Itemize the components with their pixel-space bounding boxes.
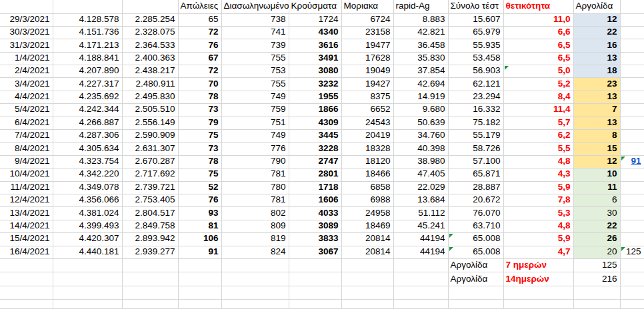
cell-cases[interactable]: 3228: [289, 143, 341, 155]
cell-deaths[interactable]: 52: [178, 181, 221, 194]
cell-rapid[interactable]: 35.830: [393, 52, 448, 65]
cell-empty[interactable]: [620, 286, 644, 299]
cell-empty[interactable]: [341, 299, 393, 308]
cell-c2[interactable]: 4.305.634: [53, 143, 122, 155]
cell-rapid[interactable]: 34.760: [393, 130, 448, 143]
cell-rapid[interactable]: 9.680: [393, 104, 448, 117]
cell-rapid[interactable]: 47.405: [393, 168, 448, 181]
cell-pos[interactable]: 6,2: [503, 130, 573, 143]
cell-intub[interactable]: 781: [221, 194, 289, 206]
cell-cases[interactable]: 4309: [289, 117, 341, 129]
cell-empty[interactable]: [503, 286, 573, 299]
cell-total[interactable]: 65.979: [448, 26, 503, 39]
cell-extra[interactable]: [620, 91, 644, 103]
cell-empty[interactable]: [0, 272, 53, 286]
cell-pos[interactable]: 6,6: [503, 26, 573, 39]
cell-mol[interactable]: 18328: [341, 143, 393, 155]
cell-cases[interactable]: 3089: [289, 220, 341, 232]
cell-extra[interactable]: [620, 52, 644, 65]
cell-arg[interactable]: 30: [573, 207, 620, 220]
cell-intub[interactable]: 739: [221, 39, 289, 52]
cell-total[interactable]: 15.607: [448, 13, 503, 26]
cell-pos[interactable]: 5,5: [503, 143, 573, 155]
cell-date[interactable]: 9/4/2021: [0, 155, 53, 168]
cell-arg[interactable]: 26: [573, 233, 620, 246]
cell-mol[interactable]: 6652: [341, 104, 393, 117]
cell-cases[interactable]: 3616: [289, 39, 341, 52]
cell-total[interactable]: 57.100: [448, 155, 503, 168]
cell-cases[interactable]: 1724: [289, 13, 341, 26]
cell-arg[interactable]: 13: [573, 91, 620, 103]
cell-date[interactable]: 12/4/2021: [0, 194, 53, 206]
cell-extra[interactable]: [620, 233, 644, 246]
cell-empty[interactable]: [122, 272, 178, 286]
cell-mol[interactable]: 24543: [341, 117, 393, 129]
cell-empty[interactable]: [620, 258, 644, 272]
cell-rapid[interactable]: 51.112: [393, 207, 448, 220]
cell-mol[interactable]: 17628: [341, 52, 393, 65]
cell-intub[interactable]: 781: [221, 168, 289, 181]
cell-cases[interactable]: 1866: [289, 104, 341, 117]
column-header-mol[interactable]: Μοριακα: [341, 0, 393, 13]
cell-intub[interactable]: 819: [221, 233, 289, 246]
cell-c3[interactable]: 2.400.363: [122, 52, 178, 65]
cell-deaths[interactable]: 72: [178, 65, 221, 78]
cell-empty[interactable]: [393, 272, 448, 286]
cell-deaths[interactable]: 76: [178, 194, 221, 206]
cell-empty[interactable]: [503, 299, 573, 308]
cell-c2[interactable]: 4.356.066: [53, 194, 122, 206]
cell-mol[interactable]: 8375: [341, 91, 393, 103]
cell-extra[interactable]: [620, 143, 644, 155]
cell-cases[interactable]: 4340: [289, 26, 341, 39]
cell-c3[interactable]: 2.505.510: [122, 104, 178, 117]
cell-extra[interactable]: [620, 194, 644, 206]
cell-c3[interactable]: 2.893.942: [122, 233, 178, 246]
cell-cases[interactable]: 1718: [289, 181, 341, 194]
cell-c3[interactable]: 2.670.287: [122, 155, 178, 168]
cell-empty[interactable]: [620, 299, 644, 308]
cell-pos[interactable]: 4,7: [503, 246, 573, 258]
cell-total[interactable]: 65.008: [448, 233, 503, 246]
cell-deaths[interactable]: 75: [178, 168, 221, 181]
cell-empty[interactable]: [0, 299, 53, 308]
cell-arg[interactable]: 23: [573, 78, 620, 91]
cell-cases[interactable]: 2747: [289, 155, 341, 168]
cell-c3[interactable]: 2.480.911: [122, 78, 178, 91]
cell-date[interactable]: 30/3/2021: [0, 26, 53, 39]
cell-cases[interactable]: 1955: [289, 91, 341, 103]
cell-date[interactable]: 29/3/2021: [0, 13, 53, 26]
cell-rapid[interactable]: 44194: [393, 246, 448, 258]
cell-pos[interactable]: 4,8: [503, 220, 573, 232]
cell-extra[interactable]: [620, 104, 644, 117]
cell-pos[interactable]: 5,7: [503, 117, 573, 129]
cell-date[interactable]: 15/4/2021: [0, 233, 53, 246]
cell-empty[interactable]: [620, 272, 644, 286]
cell-deaths[interactable]: 78: [178, 155, 221, 168]
column-header-c3[interactable]: [122, 0, 178, 13]
cell-c2[interactable]: 4.171.213: [53, 39, 122, 52]
cell-total[interactable]: 16.332: [448, 104, 503, 117]
cell-total[interactable]: 28.887: [448, 181, 503, 194]
cell-c2[interactable]: 4.188.841: [53, 52, 122, 65]
cell-rapid[interactable]: 36.458: [393, 39, 448, 52]
cell-total[interactable]: 75.182: [448, 117, 503, 129]
cell-c2[interactable]: 4.342.220: [53, 168, 122, 181]
cell-c2[interactable]: 4.227.317: [53, 78, 122, 91]
cell-cases[interactable]: 4033: [289, 207, 341, 220]
cell-intub[interactable]: 809: [221, 220, 289, 232]
cell-empty[interactable]: [53, 258, 122, 272]
cell-empty[interactable]: [53, 286, 122, 299]
cell-total[interactable]: 76.070: [448, 207, 503, 220]
cell-rapid[interactable]: 13.684: [393, 194, 448, 206]
cell-deaths[interactable]: 91: [178, 246, 221, 258]
cell-rapid[interactable]: 42.694: [393, 78, 448, 91]
cell-mol[interactable]: 18469: [341, 220, 393, 232]
cell-total[interactable]: 55.179: [448, 130, 503, 143]
cell-cases[interactable]: 3833: [289, 233, 341, 246]
cell-extra[interactable]: [620, 207, 644, 220]
summary-value[interactable]: 125: [573, 258, 620, 272]
cell-mol[interactable]: 6858: [341, 181, 393, 194]
cell-cases[interactable]: 2801: [289, 168, 341, 181]
cell-c3[interactable]: 2.364.533: [122, 39, 178, 52]
cell-arg[interactable]: 8: [573, 130, 620, 143]
